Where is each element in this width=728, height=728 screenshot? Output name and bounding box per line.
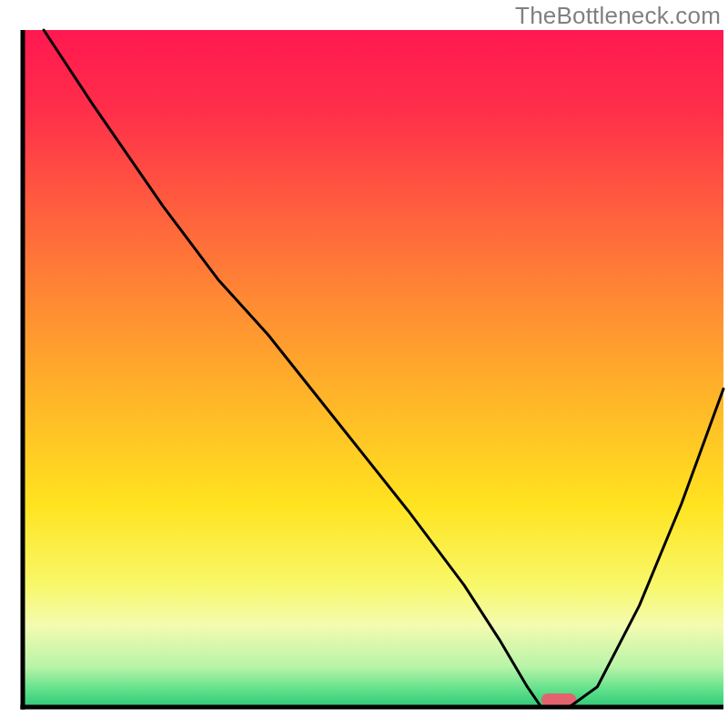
- chart-container: TheBottleneck.com: [0, 0, 728, 728]
- chart-background: [23, 30, 723, 707]
- bottleneck-chart: [0, 0, 728, 728]
